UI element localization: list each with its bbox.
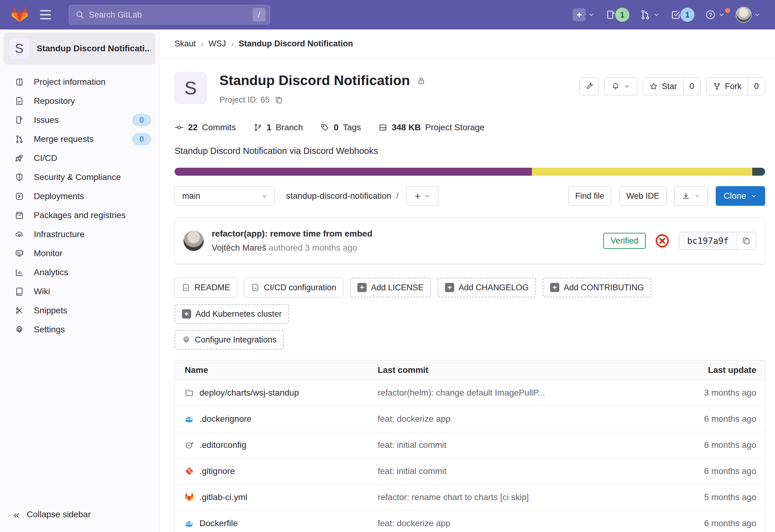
sidebar-item-merge-requests[interactable]: Merge requests 0 bbox=[0, 130, 159, 149]
breadcrumb-project[interactable]: Standup Discord Notification bbox=[239, 39, 353, 49]
pipeline-failed-icon[interactable] bbox=[655, 233, 670, 248]
add-kubernetes-cluster-button[interactable]: + Add Kubernetes cluster bbox=[174, 304, 289, 324]
commit-message-link[interactable]: feat: initial commit bbox=[378, 440, 654, 450]
fork-button[interactable]: Fork bbox=[707, 78, 748, 95]
file-link[interactable]: .dockerignore bbox=[175, 414, 378, 424]
commit-sha-group: bc197a9f bbox=[679, 232, 756, 250]
find-file-button[interactable]: Find file bbox=[568, 186, 612, 206]
commit-time: authored 3 months ago bbox=[268, 243, 357, 252]
file-link[interactable]: deploy/charts/wsj-standup bbox=[175, 388, 378, 398]
cicd-configuration-button[interactable]: CI/CD configuration bbox=[244, 278, 343, 297]
commit-author-link[interactable]: Vojtěch Mareš bbox=[212, 243, 266, 252]
web-ide-button[interactable]: Web IDE bbox=[619, 186, 667, 206]
sidebar-item-analytics[interactable]: Analytics bbox=[0, 263, 159, 282]
add-file-button[interactable]: + bbox=[407, 186, 439, 206]
hamburger-menu-icon[interactable] bbox=[39, 10, 52, 20]
stat-storage[interactable]: 348 KBProject Storage bbox=[378, 123, 485, 132]
search-shortcut-key: / bbox=[252, 8, 265, 22]
sidebar-item-wiki[interactable]: Wiki bbox=[0, 282, 159, 301]
project-avatar-large: S bbox=[174, 72, 206, 104]
breadcrumb-subgroup[interactable]: WSJ bbox=[208, 39, 226, 49]
star-button-group[interactable]: Star 0 bbox=[643, 77, 701, 95]
add-license-button[interactable]: + Add LICENSE bbox=[350, 278, 431, 297]
readme-button[interactable]: README bbox=[174, 278, 237, 297]
help-menu-button[interactable]: ? bbox=[702, 9, 728, 20]
shield-icon bbox=[15, 173, 24, 182]
sidebar-item-security-compliance[interactable]: Security & Compliance bbox=[0, 168, 159, 187]
gitlab-logo-icon[interactable] bbox=[11, 6, 28, 23]
todos-menu-button[interactable]: 1 bbox=[667, 8, 698, 22]
add-contributing-button[interactable]: + Add CONTRIBUTING bbox=[543, 278, 651, 297]
table-row: .gitlab-ci.yml refactor: rename chart to… bbox=[175, 484, 765, 510]
last-update: 6 months ago bbox=[654, 414, 765, 424]
commit-message-link[interactable]: feat: initial commit bbox=[378, 466, 654, 476]
sidebar-item-monitor[interactable]: Monitor bbox=[0, 244, 159, 263]
sidebar-item-infrastructure[interactable]: Infrastructure bbox=[0, 225, 159, 244]
stat-branches[interactable]: 1Branch bbox=[253, 123, 303, 132]
editorconfig-icon bbox=[185, 440, 194, 450]
sidebar-item-label: Wiki bbox=[34, 287, 151, 296]
issues-count-badge: 1 bbox=[615, 8, 629, 22]
download-button[interactable] bbox=[675, 186, 708, 206]
collapse-sidebar-button[interactable]: « Collapse sidebar bbox=[0, 505, 159, 524]
fork-button-group[interactable]: Fork 0 bbox=[706, 77, 765, 95]
sidebar-item-label: CI/CD bbox=[34, 153, 151, 163]
copy-sha-button[interactable] bbox=[737, 232, 756, 249]
sidebar-item-issues[interactable]: Issues 0 bbox=[0, 111, 159, 130]
project-settings-button[interactable] bbox=[580, 77, 599, 95]
branch-selector[interactable]: main bbox=[174, 186, 274, 206]
new-menu-button[interactable]: + bbox=[570, 8, 598, 21]
commit-message-link[interactable]: refactor(helm): change default ImagePull… bbox=[378, 388, 654, 398]
add-changelog-button[interactable]: + Add CHANGELOG bbox=[438, 278, 536, 297]
table-row: deploy/charts/wsj-standup refactor(helm)… bbox=[175, 380, 765, 406]
sidebar-item-label: Issues bbox=[34, 115, 122, 125]
file-link[interactable]: Dockerfile bbox=[175, 518, 378, 528]
sidebar-item-project-information[interactable]: Project information bbox=[0, 72, 159, 92]
file-icon bbox=[182, 283, 190, 292]
disk-icon bbox=[378, 123, 388, 132]
sidebar-item-cicd[interactable]: CI/CD bbox=[0, 149, 159, 168]
notifications-button[interactable] bbox=[604, 77, 637, 95]
search-input[interactable] bbox=[89, 10, 252, 20]
sidebar-item-label: Packages and registries bbox=[34, 210, 151, 220]
commit-title-link[interactable]: refactor(app): remove time from embed bbox=[212, 229, 372, 239]
svg-text:?: ? bbox=[709, 12, 712, 18]
repo-path-root[interactable]: standup-discord-notification bbox=[286, 191, 391, 201]
verified-badge[interactable]: Verified bbox=[603, 233, 646, 249]
commit-author-avatar[interactable] bbox=[183, 231, 204, 251]
sidebar-item-snippets[interactable]: Snippets bbox=[0, 301, 159, 320]
clone-button[interactable]: Clone bbox=[716, 186, 765, 206]
stat-tags[interactable]: 0Tags bbox=[320, 123, 361, 132]
star-count[interactable]: 0 bbox=[683, 78, 700, 95]
file-link[interactable]: .editorconfig bbox=[175, 440, 378, 450]
merge-requests-menu-button[interactable] bbox=[637, 9, 663, 20]
user-menu-button[interactable] bbox=[733, 7, 764, 23]
sidebar-project-header[interactable]: S Standup Discord Notificati... bbox=[4, 33, 155, 65]
breadcrumb-group[interactable]: Skaut bbox=[174, 39, 196, 49]
sidebar-item-deployments[interactable]: Deployments bbox=[0, 187, 159, 206]
file-link[interactable]: .gitignore bbox=[175, 466, 378, 476]
package-icon bbox=[15, 211, 24, 220]
star-button[interactable]: Star bbox=[643, 78, 683, 95]
sidebar-item-packages-registries[interactable]: Packages and registries bbox=[0, 206, 159, 225]
chevron-down-icon bbox=[750, 193, 757, 199]
global-search[interactable]: / bbox=[69, 5, 270, 25]
commit-message-link[interactable]: feat: dockerize app bbox=[378, 518, 654, 528]
latest-commit-box: refactor(app): remove time from embed Vo… bbox=[174, 217, 765, 264]
language-bar[interactable] bbox=[174, 168, 765, 176]
commit-message-link[interactable]: feat: dockerize app bbox=[378, 414, 654, 424]
scissors-icon bbox=[15, 306, 24, 315]
stat-commits[interactable]: 22Commits bbox=[174, 123, 236, 132]
plus-square-icon: + bbox=[357, 283, 366, 292]
sidebar-item-settings[interactable]: Settings bbox=[0, 320, 159, 339]
file-link[interactable]: .gitlab-ci.yml bbox=[175, 492, 378, 502]
configure-integrations-button[interactable]: Configure Integrations bbox=[174, 330, 284, 350]
issues-menu-button[interactable]: 1 bbox=[602, 8, 632, 22]
sidebar-item-repository[interactable]: Repository bbox=[0, 92, 159, 111]
copy-project-id-icon[interactable] bbox=[275, 96, 283, 104]
sidebar-item-label: Monitor bbox=[34, 248, 151, 258]
fork-count[interactable]: 0 bbox=[748, 78, 765, 95]
commit-message-link[interactable]: refactor: rename chart to charts [ci ski… bbox=[378, 492, 654, 502]
collapse-icon: « bbox=[14, 509, 19, 521]
project-id-label: Project ID: 65 bbox=[219, 95, 270, 105]
